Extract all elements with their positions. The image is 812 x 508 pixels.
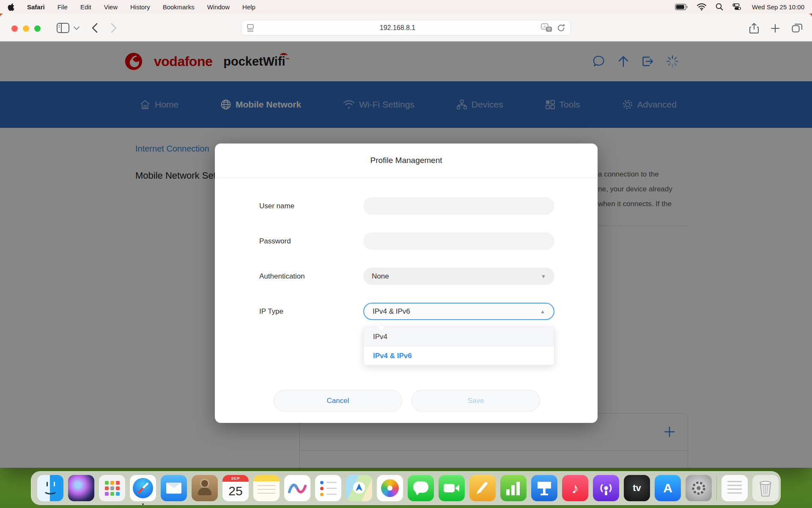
dock-icon-safari[interactable]: [130, 475, 156, 501]
chevron-down-icon[interactable]: [74, 26, 80, 30]
save-button[interactable]: Save: [411, 390, 540, 411]
dock-icon-trash[interactable]: [752, 475, 779, 501]
reminders-bullets: [320, 481, 324, 484]
password-label: Password: [259, 232, 291, 250]
reader-icon[interactable]: [247, 24, 254, 32]
menu-bar: Safari File Edit View History Bookmarks …: [0, 0, 812, 14]
browser-toolbar: 192.168.8.1 A: [0, 14, 812, 41]
menu-item-history[interactable]: History: [130, 3, 150, 11]
dock-icon-maps[interactable]: [346, 475, 372, 501]
search-icon[interactable]: [716, 3, 723, 11]
url-text[interactable]: 192.168.8.1: [254, 24, 541, 32]
sidebar-toggle-icon[interactable]: [57, 23, 69, 33]
dialog-title: Profile Management: [215, 144, 598, 178]
share-icon[interactable]: [749, 23, 759, 34]
authentication-select[interactable]: None ▼: [363, 268, 554, 285]
trash-basket: [757, 479, 774, 497]
tab-overview-icon[interactable]: [792, 23, 803, 33]
dock-icon-siri[interactable]: [68, 475, 94, 501]
cancel-button[interactable]: Cancel: [274, 390, 402, 411]
password-input[interactable]: [363, 232, 554, 250]
dock-icon-pages[interactable]: [469, 475, 496, 501]
dock-icon-facetime[interactable]: [439, 475, 465, 501]
dock-icon-podcasts[interactable]: [593, 475, 619, 501]
battery-icon[interactable]: [675, 4, 688, 10]
dock-icon-reminders[interactable]: [315, 475, 341, 501]
translate-icon[interactable]: A: [541, 23, 553, 33]
messages-bubble: [413, 481, 428, 493]
photos-pinwheel: [381, 479, 399, 497]
chevron-up-icon: ▲: [540, 309, 545, 315]
menu-item-help[interactable]: Help: [242, 3, 255, 11]
menu-item-bookmarks[interactable]: Bookmarks: [163, 3, 195, 11]
keynote-podium: [531, 475, 557, 501]
dropdown-option-ipv4[interactable]: IPv4: [364, 327, 554, 346]
menu-item-view[interactable]: View: [104, 3, 118, 11]
dock-divider: [716, 476, 717, 500]
svg-text:A: A: [543, 25, 546, 29]
authentication-row: Authentication None ▼: [215, 268, 598, 285]
reminders-lines: [326, 482, 337, 498]
authentication-value: None: [372, 272, 389, 281]
dock-icon-numbers[interactable]: [500, 475, 527, 501]
calendar-day: 25: [222, 482, 249, 501]
control-center-icon[interactable]: [732, 3, 743, 10]
ip-type-select[interactable]: IPv4 & IPv6 ▲: [363, 303, 554, 320]
dock-icon-tv[interactable]: tv: [624, 475, 650, 501]
menu-item-window[interactable]: Window: [207, 3, 230, 11]
menu-bar-clock[interactable]: Wed Sep 25 10:00: [752, 3, 804, 11]
facetime-camera: [444, 484, 455, 492]
address-bar[interactable]: 192.168.8.1 A: [241, 20, 571, 36]
dock-icon-system-settings[interactable]: [686, 475, 712, 501]
calendar-month: SEP: [222, 475, 249, 482]
dock-icon-music[interactable]: ♪: [562, 475, 588, 501]
launchpad-grid: [105, 481, 109, 485]
menu-item-file[interactable]: File: [58, 3, 68, 11]
document-lines: [727, 481, 742, 496]
appstore-glyph: A: [663, 481, 672, 495]
username-input[interactable]: [363, 197, 554, 215]
reload-icon[interactable]: [557, 23, 565, 33]
dock-icon-notes[interactable]: [253, 475, 280, 501]
dock-icon-messages[interactable]: [408, 475, 434, 501]
ip-type-label: IP Type: [259, 303, 283, 320]
settings-gear: [689, 479, 708, 497]
contacts-silhouette: [201, 480, 208, 487]
profile-management-dialog: Profile Management User name Password Au…: [215, 144, 598, 423]
minimize-window-button[interactable]: [23, 25, 29, 32]
dock-icon-photos[interactable]: [377, 475, 403, 501]
ip-type-dropdown: IPv4 IPv4 & IPv6: [363, 327, 554, 365]
new-tab-icon[interactable]: [771, 24, 780, 33]
back-icon[interactable]: [91, 23, 98, 33]
freeform-squiggle: [284, 475, 310, 501]
music-note-glyph: ♪: [572, 480, 579, 497]
mail-envelope: [166, 483, 181, 494]
menu-item-safari[interactable]: Safari: [27, 3, 45, 11]
dropdown-option-ipv4-ipv6[interactable]: IPv4 & IPv6: [364, 346, 554, 365]
dock-icon-contacts[interactable]: [192, 475, 218, 501]
forward-icon[interactable]: [111, 23, 117, 33]
pages-pen: [477, 481, 488, 493]
dock-icon-freeform[interactable]: [284, 475, 310, 501]
menu-item-edit[interactable]: Edit: [80, 3, 91, 11]
web-content: vodafone pocketWifi™: [0, 41, 812, 468]
dock-icon-mail[interactable]: [161, 475, 187, 501]
notes-lines: [258, 485, 275, 496]
authentication-label: Authentication: [259, 268, 305, 285]
close-window-button[interactable]: [11, 25, 18, 32]
dock-icon-finder[interactable]: [37, 475, 63, 501]
numbers-bars: [500, 475, 527, 501]
ip-type-value: IPv4 & IPv6: [373, 307, 410, 316]
wifi-icon[interactable]: [697, 3, 706, 11]
apple-icon[interactable]: [8, 3, 14, 11]
safari-window: 192.168.8.1 A: [0, 14, 812, 468]
dock-icon-calendar[interactable]: SEP 25: [222, 475, 249, 501]
dock-icon-documents[interactable]: [721, 475, 748, 501]
zoom-window-button[interactable]: [34, 25, 41, 32]
chevron-down-icon: ▼: [541, 273, 546, 279]
tv-glyph: tv: [633, 483, 641, 494]
dock-icon-launchpad[interactable]: [99, 475, 125, 501]
finder-smile: [43, 485, 58, 494]
dock-icon-app-store[interactable]: A: [655, 475, 681, 501]
dock-icon-keynote[interactable]: [531, 475, 557, 501]
